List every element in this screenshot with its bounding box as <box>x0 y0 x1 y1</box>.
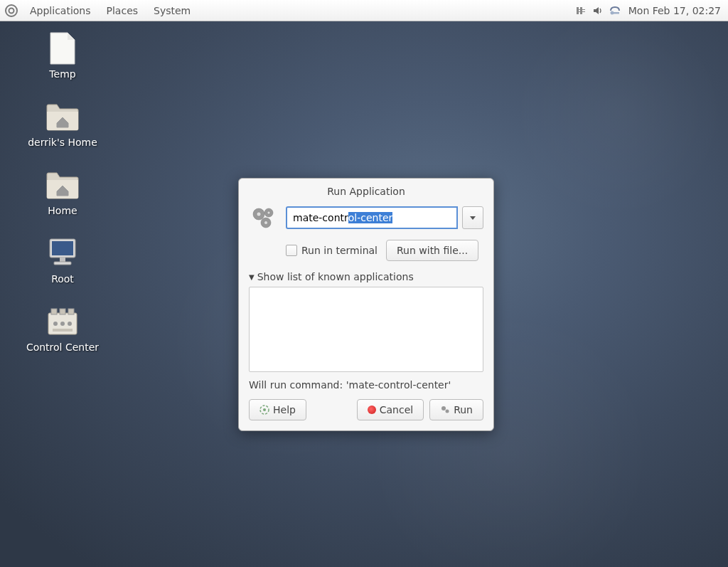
svg-rect-4 <box>577 9 585 10</box>
icon-label: Home <box>48 205 77 216</box>
svg-rect-5 <box>577 11 585 12</box>
network-icon[interactable] <box>574 4 587 17</box>
folder-home-icon <box>46 100 80 134</box>
svg-point-27 <box>263 408 266 411</box>
expander-label: Show list of known applications <box>257 271 414 282</box>
button-label: Cancel <box>380 404 413 415</box>
desktop-icons: Temp derrik's Home Home Root Control Cen… <box>20 31 105 353</box>
volume-icon[interactable] <box>592 4 604 17</box>
dialog-body: mate-control-center Run in terminal Run … <box>239 203 493 430</box>
clock[interactable]: Mon Feb 17, 02:27 <box>626 5 724 16</box>
desktop-icon-root[interactable]: Root <box>20 236 105 285</box>
svg-point-23 <box>267 211 270 214</box>
checkbox-label: Run in terminal <box>301 245 378 256</box>
svg-rect-15 <box>68 309 74 314</box>
svg-rect-13 <box>51 309 57 314</box>
svg-rect-10 <box>60 258 65 262</box>
desktop-icon-temp[interactable]: Temp <box>20 31 105 80</box>
checkbox-icon <box>286 245 297 256</box>
stop-icon <box>368 406 376 414</box>
svg-rect-19 <box>53 329 73 332</box>
input-text-selection: ol-center <box>348 212 393 223</box>
svg-point-25 <box>264 221 268 225</box>
gears-small-icon <box>440 405 450 415</box>
command-history-dropdown[interactable] <box>462 206 483 229</box>
svg-point-6 <box>610 11 614 14</box>
gears-icon <box>249 203 279 233</box>
svg-rect-11 <box>54 262 71 265</box>
help-icon <box>259 405 269 415</box>
desktop-icon-derriks-home[interactable]: derrik's Home <box>20 100 105 148</box>
command-preview: Will run command: 'mate-control-center' <box>249 379 483 391</box>
panel-left: Applications Places System <box>4 2 198 19</box>
command-input[interactable]: mate-control-center <box>286 206 458 229</box>
icon-label: Control Center <box>26 341 99 353</box>
desktop-icon-home[interactable]: Home <box>20 168 105 216</box>
desktop: Applications Places System Mon Feb 17, 0… <box>0 0 728 567</box>
button-label: Help <box>273 404 296 415</box>
spacer <box>312 399 351 420</box>
menu-system[interactable]: System <box>146 2 198 19</box>
chevron-down-icon <box>470 216 476 220</box>
svg-point-29 <box>446 410 449 413</box>
svg-rect-3 <box>580 7 582 14</box>
options-row: Run in terminal Run with file... <box>249 240 483 261</box>
file-icon <box>46 31 80 65</box>
menu-applications[interactable]: Applications <box>23 2 98 19</box>
icon-label: Root <box>51 273 74 285</box>
computer-icon <box>46 236 80 270</box>
desktop-icon-control-center[interactable]: Control Center <box>20 304 105 353</box>
settings-panel-icon <box>46 304 80 339</box>
command-input-combo: mate-control-center <box>286 206 483 229</box>
svg-point-28 <box>441 406 446 410</box>
top-panel: Applications Places System Mon Feb 17, 0… <box>0 0 728 21</box>
svg-point-1 <box>9 8 14 13</box>
folder-home-icon <box>46 168 80 202</box>
icon-label: Temp <box>49 68 75 80</box>
svg-rect-2 <box>577 7 579 14</box>
svg-point-21 <box>257 212 261 216</box>
help-button[interactable]: Help <box>249 399 306 420</box>
svg-point-0 <box>6 5 17 16</box>
button-label: Run <box>454 404 473 415</box>
panel-right: Mon Feb 17, 02:27 <box>574 4 724 17</box>
svg-rect-14 <box>60 309 65 314</box>
run-in-terminal-checkbox[interactable]: Run in terminal <box>286 245 378 256</box>
known-apps-list[interactable] <box>249 287 483 372</box>
svg-point-17 <box>60 322 65 326</box>
mate-logo-icon[interactable] <box>4 4 18 18</box>
dialog-title: Run Application <box>239 179 493 203</box>
svg-point-18 <box>68 322 72 326</box>
command-row: mate-control-center <box>249 203 483 233</box>
icon-label: derrik's Home <box>28 137 97 148</box>
expander-arrow-icon: ▼ <box>249 273 255 281</box>
dialog-buttons: Help Cancel Run <box>249 399 483 420</box>
input-text-typed: mate-contr <box>293 212 348 223</box>
security-icon[interactable] <box>609 4 621 17</box>
known-apps-expander[interactable]: ▼ Show list of known applications <box>249 271 483 282</box>
run-with-file-button[interactable]: Run with file... <box>386 240 478 261</box>
menu-places[interactable]: Places <box>100 2 146 19</box>
svg-rect-7 <box>614 12 619 14</box>
svg-point-16 <box>53 322 58 326</box>
svg-rect-9 <box>52 241 73 255</box>
run-button[interactable]: Run <box>429 399 483 420</box>
cancel-button[interactable]: Cancel <box>357 399 424 420</box>
run-application-dialog: Run Application mate-control-center <box>238 178 494 431</box>
